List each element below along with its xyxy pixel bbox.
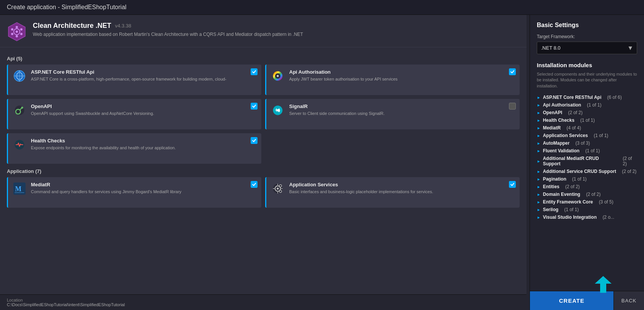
module-name: AutoMapper <box>543 140 570 146</box>
module-count: (1 of 1) <box>564 207 579 212</box>
module-chevron-icon: ► <box>537 118 541 123</box>
module-item: ►Pagination (1 of 1) <box>537 175 637 183</box>
module-chevron-icon: ► <box>537 134 541 138</box>
module-name: Serilog <box>543 207 559 212</box>
card-body-signalr: SignalR Server to Client side communicat… <box>289 103 514 116</box>
module-item: ►MediatR (4 of 4) <box>537 124 637 132</box>
card-aspnet-core[interactable]: ASP.NET Core RESTful Api ASP.NET Core is… <box>7 65 261 95</box>
card-body-health: Health Checks Expose endpoints for monit… <box>31 138 256 151</box>
card-desc-signalr: Server to Client side communication usin… <box>289 111 514 116</box>
right-panel-scroll[interactable]: Basic Settings Target Framework: .NET 8.… <box>530 15 644 291</box>
checkbox-app-services[interactable] <box>509 181 516 188</box>
module-count: (2 of 2) <box>565 184 580 189</box>
module-count: (6 of 6) <box>607 95 622 100</box>
card-desc-aspnet: ASP.NET Core is a cross-platform, high-p… <box>31 76 256 82</box>
module-chevron-icon: ► <box>537 149 541 153</box>
left-panel: Clean Architecture .NET v4.3.38 Web appl… <box>0 15 526 310</box>
card-title-api-auth: Api Authorisation <box>289 69 514 75</box>
module-count: (2 of 2) <box>586 192 601 197</box>
card-desc-app-services: Basic interfaces and business-logic plac… <box>289 189 514 195</box>
checkbox-mediatr[interactable] <box>251 181 258 188</box>
module-item: ►Api Authorisation (1 of 1) <box>537 101 637 109</box>
module-item: ►Visual Studio Integration (2 o... <box>537 213 637 221</box>
module-count: (2 o... <box>602 215 614 220</box>
checkbox-aspnet[interactable] <box>251 68 258 75</box>
card-title-health: Health Checks <box>31 138 256 144</box>
svg-marker-36 <box>595 276 612 293</box>
checkbox-health[interactable] <box>251 137 258 144</box>
module-count: (1 of 1) <box>572 176 587 182</box>
module-item: ►AutoMapper (3 of 3) <box>537 139 637 147</box>
api-auth-icon <box>271 69 285 83</box>
card-signalr[interactable]: SignalR Server to Client side communicat… <box>265 99 520 129</box>
checkbox-signalr[interactable] <box>509 103 516 110</box>
checkbox-api-auth[interactable] <box>509 68 516 75</box>
card-api-auth[interactable]: Api Authorisation Apply JWT bearer token… <box>265 65 520 95</box>
module-name: Pagination <box>543 176 566 182</box>
app-cards-grid: M MediatR Command and query handlers for… <box>7 177 520 208</box>
module-item: ►Entity Framework Core (3 of 5) <box>537 198 637 206</box>
module-name: Visual Studio Integration <box>543 215 597 220</box>
section-api-title: Api (5) <box>7 56 520 61</box>
module-count: (2 of 2) <box>568 110 583 115</box>
module-item: ►Serilog (1 of 1) <box>537 206 637 213</box>
content-area[interactable]: Api (5) ASP.NET Core RESTful <box>0 47 526 294</box>
card-body-openapi: OpenAPI OpenAPI support using Swashbuckl… <box>31 103 256 116</box>
card-mediatr[interactable]: M MediatR Command and query handlers for… <box>7 177 261 208</box>
create-button[interactable]: CREATE <box>530 291 613 310</box>
framework-label: Target Framework: <box>537 34 637 39</box>
module-item: ►Additional Service CRUD Support (2 of 2… <box>537 168 637 175</box>
module-item: ►ASP.NET Core RESTful Api (6 of 6) <box>537 94 637 101</box>
svg-point-29 <box>277 187 279 189</box>
signalr-icon <box>271 103 285 117</box>
module-count: (3 of 5) <box>599 199 613 205</box>
checkbox-openapi[interactable] <box>251 103 258 110</box>
module-chevron-icon: ► <box>537 185 541 189</box>
card-desc-mediatr: Command and query handlers for services … <box>31 189 256 195</box>
card-body-aspnet: ASP.NET Core RESTful Api ASP.NET Core is… <box>31 69 256 82</box>
module-name: Api Authorisation <box>543 102 581 108</box>
card-openapi[interactable]: OpenAPI OpenAPI support using Swashbuckl… <box>7 99 261 129</box>
card-title-app-services: Application Services <box>289 182 514 187</box>
template-name: Clean Architecture .NET v4.3.38 <box>33 22 303 30</box>
svg-point-2 <box>16 26 18 28</box>
module-name: Entities <box>543 184 559 189</box>
module-count: (2 of 2) <box>622 169 636 174</box>
module-name: OpenAPI <box>543 110 562 115</box>
module-chevron-icon: ► <box>537 95 541 100</box>
modules-list: ►ASP.NET Core RESTful Api (6 of 6)►Api A… <box>537 94 637 221</box>
module-count: (3 of 3) <box>575 140 590 146</box>
module-chevron-icon: ► <box>537 103 541 107</box>
card-desc-openapi: OpenAPI support using Swashbuckle and As… <box>31 111 256 116</box>
svg-point-6 <box>20 33 23 35</box>
svg-point-22 <box>277 109 279 111</box>
bottom-bar: Location C:\Docs\SimplifiedEShopTutorial… <box>0 294 526 310</box>
module-item: ►Application Services (1 of 1) <box>537 132 637 139</box>
module-chevron-icon: ► <box>537 215 541 220</box>
module-count: (2 of 2) <box>623 156 637 166</box>
template-description: Web application implementation based on … <box>33 31 303 38</box>
card-title-mediatr: MediatR <box>31 182 256 187</box>
card-health-checks[interactable]: Health Checks Expose endpoints for monit… <box>7 133 261 164</box>
app-services-icon <box>271 182 285 195</box>
openapi-icon <box>13 103 26 117</box>
svg-point-20 <box>21 107 23 108</box>
title-bar: Create application - SimplifiedEShopTuto… <box>0 0 644 15</box>
template-icon <box>7 22 27 42</box>
module-name: Entity Framework Core <box>543 199 593 205</box>
location-label: Location <box>7 298 520 302</box>
module-count: (1 of 1) <box>580 118 595 123</box>
svg-text:M: M <box>15 185 21 193</box>
svg-point-7 <box>20 28 23 31</box>
framework-select[interactable]: .NET 8.0 .NET 7.0 .NET 6.0 <box>537 42 637 54</box>
module-name: Additional Service CRUD Support <box>543 169 616 174</box>
module-name: Application Services <box>543 133 588 138</box>
back-button[interactable]: BACK <box>613 291 644 310</box>
card-app-services[interactable]: Application Services Basic interfaces an… <box>265 177 520 208</box>
module-item: ►Health Checks (1 of 1) <box>537 116 637 124</box>
card-title-signalr: SignalR <box>289 103 514 109</box>
module-chevron-icon: ► <box>537 111 541 115</box>
module-chevron-icon: ► <box>537 141 541 145</box>
framework-select-wrapper: .NET 8.0 .NET 7.0 .NET 6.0 ▼ <box>537 42 637 54</box>
svg-point-8 <box>16 31 18 33</box>
